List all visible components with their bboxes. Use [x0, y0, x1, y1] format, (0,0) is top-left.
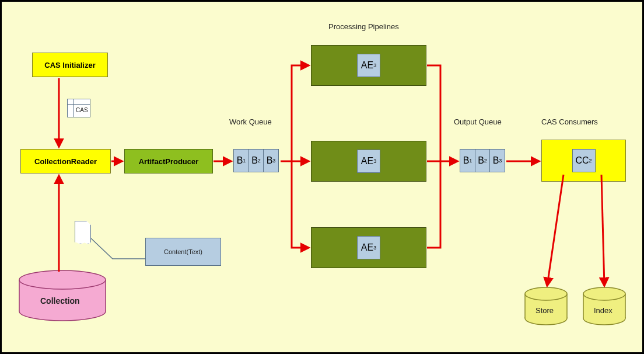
- collection-cylinder: Collection: [17, 269, 108, 325]
- page-icon: [75, 221, 91, 244]
- cc2-box: CC2: [572, 149, 596, 172]
- svg-line-23: [601, 175, 604, 286]
- output-queue: B1 B2 B3: [460, 149, 505, 172]
- diagram-canvas: Processing Pipelines Work Queue Output Q…: [0, 0, 644, 354]
- work-queue-b3: B3: [263, 149, 279, 172]
- pipeline1-ae3: AE3: [357, 54, 380, 77]
- pipeline-3: AE1 AE2 AE3: [311, 227, 426, 268]
- svg-point-14: [583, 287, 625, 300]
- content-text-label: Content(Text): [164, 248, 202, 255]
- svg-point-9: [525, 287, 567, 300]
- index-cylinder: Index: [581, 286, 628, 329]
- cas-initializer-box: CAS Initializer: [32, 53, 108, 77]
- artifact-producer-label: ArtifactProducer: [139, 157, 199, 166]
- label-work-queue: Work Queue: [229, 117, 272, 126]
- work-queue-b1: B1: [233, 149, 249, 172]
- index-label: Index: [594, 306, 612, 315]
- cas-icon-label: CAS: [76, 107, 88, 113]
- output-queue-b1: B1: [460, 149, 475, 172]
- label-cas-consumers: CAS Consumers: [541, 117, 598, 126]
- cas-initializer-label: CAS Initializer: [44, 61, 95, 70]
- store-label: Store: [536, 306, 554, 315]
- store-cylinder: Store: [523, 286, 569, 329]
- content-text-box: Content(Text): [145, 238, 221, 266]
- pipeline-2: AE1 AE2 AE3: [311, 141, 426, 182]
- output-queue-b3: B3: [489, 149, 505, 172]
- label-processing-pipelines: Processing Pipelines: [328, 22, 399, 31]
- pipeline3-ae3: AE3: [357, 236, 380, 259]
- cas-icon: CAS: [67, 99, 90, 117]
- pipeline2-ae3: AE3: [357, 150, 380, 173]
- artifact-producer-box: ArtifactProducer: [124, 149, 213, 173]
- cas-consumers-box: CC1 CC2: [541, 140, 626, 182]
- work-queue: B1 B2 B3: [233, 149, 279, 172]
- label-output-queue: Output Queue: [454, 117, 502, 126]
- collection-reader-label: CollectionReader: [34, 157, 97, 166]
- pipeline-1: AE1 AE2 AE3: [311, 45, 426, 86]
- collection-label: Collection: [40, 296, 80, 306]
- output-queue-b2: B2: [475, 149, 491, 172]
- work-queue-b2: B2: [249, 149, 264, 172]
- svg-line-22: [547, 175, 564, 286]
- svg-point-4: [19, 270, 106, 289]
- collection-reader-box: CollectionReader: [20, 149, 111, 173]
